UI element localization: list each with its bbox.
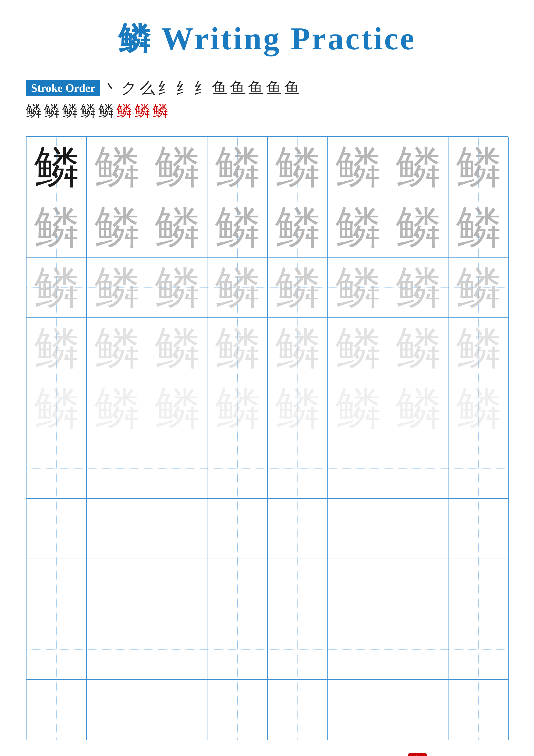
cell-6-2[interactable]	[87, 438, 147, 499]
cell-10-1[interactable]	[26, 680, 87, 740]
cell-10-6[interactable]	[328, 680, 388, 740]
practice-char: 鳞	[154, 144, 200, 189]
cell-9-6[interactable]	[328, 619, 388, 680]
cell-4-1[interactable]: 鳞	[26, 318, 87, 378]
cell-7-1[interactable]	[26, 499, 87, 559]
cell-8-8[interactable]	[448, 559, 509, 619]
cell-4-8[interactable]: 鳞	[448, 318, 509, 378]
stroke-2: ク	[121, 78, 137, 98]
stroke-1: 丶	[103, 78, 118, 98]
cell-9-3[interactable]	[147, 619, 207, 680]
cell-4-5[interactable]: 鳞	[267, 318, 328, 378]
cell-2-2[interactable]: 鳞	[87, 197, 147, 257]
cell-2-8[interactable]: 鳞	[448, 197, 509, 257]
cell-7-6[interactable]	[328, 499, 388, 559]
cell-2-3[interactable]: 鳞	[147, 197, 207, 257]
cell-2-6[interactable]: 鳞	[328, 197, 388, 257]
cell-3-1[interactable]: 鳞	[26, 257, 87, 318]
cell-5-3[interactable]: 鳞	[147, 378, 207, 438]
cell-3-3[interactable]: 鳞	[147, 257, 207, 318]
page-title: 鳞 Writing Practice	[118, 17, 416, 60]
cell-1-4[interactable]: 鳞	[207, 137, 267, 197]
cell-10-5[interactable]	[267, 680, 328, 740]
cell-8-3[interactable]	[147, 559, 207, 619]
cell-7-3[interactable]	[147, 499, 207, 559]
cell-1-5[interactable]: 鳞	[267, 137, 328, 197]
cell-4-4[interactable]: 鳞	[207, 318, 267, 378]
cell-5-5[interactable]: 鳞	[267, 378, 328, 438]
cell-2-1[interactable]: 鳞	[26, 197, 87, 257]
practice-char: 鳞	[395, 204, 441, 250]
cell-3-2[interactable]: 鳞	[87, 257, 147, 318]
cell-1-3[interactable]: 鳞	[147, 137, 207, 197]
cell-1-8[interactable]: 鳞	[448, 137, 509, 197]
cell-3-8[interactable]: 鳞	[448, 257, 509, 318]
cell-9-2[interactable]	[87, 619, 147, 680]
practice-char: 鳞	[456, 144, 501, 189]
cell-9-5[interactable]	[267, 619, 328, 680]
cell-8-4[interactable]	[207, 559, 267, 619]
cell-8-5[interactable]	[267, 559, 328, 619]
cell-9-4[interactable]	[207, 619, 267, 680]
cell-5-1[interactable]: 鳞	[26, 378, 87, 438]
practice-char: 鳞	[34, 144, 79, 189]
grid-row-2: 鳞 鳞 鳞 鳞 鳞 鳞 鳞 鳞	[26, 197, 508, 257]
cell-9-1[interactable]	[26, 619, 87, 680]
cell-3-6[interactable]: 鳞	[328, 257, 388, 318]
cell-8-1[interactable]	[26, 559, 87, 619]
cell-6-5[interactable]	[267, 438, 328, 499]
stroke-order-label: Stroke Order	[26, 80, 100, 96]
cell-5-2[interactable]: 鳞	[87, 378, 147, 438]
practice-char: 鳞	[275, 144, 320, 189]
cell-6-6[interactable]	[328, 438, 388, 499]
cell-10-3[interactable]	[147, 680, 207, 740]
cell-1-7[interactable]: 鳞	[388, 137, 448, 197]
cell-10-8[interactable]	[448, 680, 509, 740]
practice-char: 鳞	[335, 204, 380, 250]
grid-row-6	[26, 438, 508, 499]
cell-7-5[interactable]	[267, 499, 328, 559]
cell-6-1[interactable]	[26, 438, 87, 499]
practice-char: 鳞	[395, 385, 441, 431]
cell-7-8[interactable]	[448, 499, 509, 559]
cell-5-4[interactable]: 鳞	[207, 378, 267, 438]
cell-3-4[interactable]: 鳞	[207, 257, 267, 318]
cell-10-4[interactable]	[207, 680, 267, 740]
cell-10-2[interactable]	[87, 680, 147, 740]
cell-4-7[interactable]: 鳞	[388, 318, 448, 378]
footer-logo-icon: 字	[408, 753, 427, 756]
cell-9-7[interactable]	[388, 619, 448, 680]
cell-4-2[interactable]: 鳞	[87, 318, 147, 378]
cell-7-4[interactable]	[207, 499, 267, 559]
cell-6-8[interactable]	[448, 438, 509, 499]
cell-9-8[interactable]	[448, 619, 509, 680]
cell-2-4[interactable]: 鳞	[207, 197, 267, 257]
cell-1-2[interactable]: 鳞	[87, 137, 147, 197]
practice-char: 鳞	[395, 265, 441, 310]
cell-4-6[interactable]: 鳞	[328, 318, 388, 378]
cell-7-2[interactable]	[87, 499, 147, 559]
cell-2-5[interactable]: 鳞	[267, 197, 328, 257]
cell-7-7[interactable]	[388, 499, 448, 559]
cell-5-8[interactable]: 鳞	[448, 378, 509, 438]
practice-char: 鳞	[34, 325, 79, 370]
stroke-order-row-1: Stroke Order 丶 ク 么 纟 纟 纟 鱼 鱼 鱼 鱼 鱼	[26, 78, 508, 98]
cell-2-7[interactable]: 鳞	[388, 197, 448, 257]
cell-10-7[interactable]	[388, 680, 448, 740]
cell-8-7[interactable]	[388, 559, 448, 619]
cell-4-3[interactable]: 鳞	[147, 318, 207, 378]
cell-8-2[interactable]	[87, 559, 147, 619]
cell-5-7[interactable]: 鳞	[388, 378, 448, 438]
cell-6-4[interactable]	[207, 438, 267, 499]
cell-5-6[interactable]: 鳞	[328, 378, 388, 438]
cell-6-3[interactable]	[147, 438, 207, 499]
cell-3-5[interactable]: 鳞	[267, 257, 328, 318]
practice-char: 鳞	[456, 325, 501, 370]
cell-1-6[interactable]: 鳞	[328, 137, 388, 197]
cell-3-7[interactable]: 鳞	[388, 257, 448, 318]
cell-6-7[interactable]	[388, 438, 448, 499]
stroke-5: 纟	[176, 78, 191, 98]
cell-1-1[interactable]: 鳞	[26, 137, 87, 197]
cell-8-6[interactable]	[328, 559, 388, 619]
grid-row-8	[26, 559, 508, 619]
